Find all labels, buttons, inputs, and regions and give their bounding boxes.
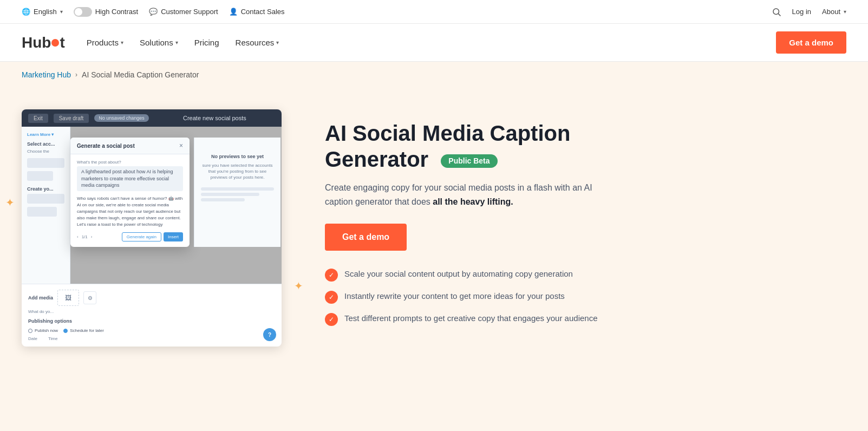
add-media-label: Add media [28, 295, 53, 301]
screenshot-topbar: Exit Save draft No unsaved changes Creat… [22, 109, 282, 127]
hero-title-line2: Generator [325, 147, 428, 171]
logo-spot-icon [51, 39, 59, 47]
generate-again-button[interactable]: Generate again [122, 232, 161, 241]
high-contrast-toggle[interactable]: High Contrast [74, 7, 138, 17]
customer-support-icon: 💬 [149, 8, 158, 16]
contact-sales-icon: 👤 [229, 8, 238, 16]
feature-item-1: ✓ Scale your social content output by au… [325, 268, 846, 282]
nav-pricing[interactable]: Pricing [194, 38, 219, 47]
schedule-later-label: Schedule for later [70, 328, 104, 333]
hero-description: Create engaging copy for your social med… [325, 181, 606, 208]
modal-title: Generate a social post [77, 143, 135, 149]
feature-item-3: ✓ Test different prompts to get creative… [325, 312, 846, 326]
modal-body: What's the post about? A lighthearted po… [70, 154, 190, 247]
screenshot-sidebar: Learn More ▾ Select acc... Choose the Cr… [22, 127, 70, 284]
choose-label: Choose the [27, 149, 64, 154]
schedule-later-radio [63, 329, 68, 333]
help-button[interactable]: ? [263, 328, 276, 341]
breadcrumb-bar: Marketing Hub › AI Social Media Caption … [0, 62, 868, 88]
publish-now-option[interactable]: Publish now [28, 328, 58, 333]
nav-counter: 1/1 [82, 234, 88, 239]
prev-arrow-icon: ‹ [77, 234, 79, 239]
about-menu[interactable]: About ▾ [822, 8, 846, 16]
breadcrumb: Marketing Hub › AI Social Media Caption … [22, 70, 846, 79]
top-bar-left: 🌐 English ▾ High Contrast 💬 Customer Sup… [22, 7, 285, 17]
sidebar-item-4 [27, 207, 57, 217]
hero-section: ✦ Exit Save draft No unsaved changes Cre… [0, 88, 868, 431]
toggle-switch[interactable] [74, 7, 92, 17]
logo-text-end: t [60, 34, 64, 51]
no-previews-title: No previews to see yet [211, 154, 264, 159]
search-icon [772, 7, 781, 17]
nav-products[interactable]: Products ▾ [87, 38, 123, 47]
screenshot-bottom: Add media 🖼 ⚙ What do yo... Publishing o… [22, 284, 282, 347]
products-chevron-icon: ▾ [121, 40, 123, 45]
modal-generated-text: Who says robots can't have a sense of hu… [77, 195, 183, 228]
add-media-row: Add media 🖼 ⚙ [28, 290, 275, 306]
placeholder-line-3 [201, 198, 245, 201]
solutions-chevron-icon: ▾ [175, 40, 178, 45]
no-previews-placeholder-lines [201, 187, 274, 204]
screenshot-unsaved-changes: No unsaved changes [94, 114, 149, 122]
globe-icon: 🌐 [22, 8, 30, 16]
sparkle-left-icon: ✦ [5, 196, 15, 209]
hubspot-logo[interactable]: Hubt [22, 34, 65, 51]
hero-get-demo-button[interactable]: Get a demo [325, 224, 407, 251]
contact-sales-link[interactable]: 👤 Contact Sales [229, 8, 285, 16]
language-selector[interactable]: 🌐 English ▾ [22, 8, 63, 16]
date-field-label: Date [28, 336, 37, 341]
sidebar-item-2 [27, 171, 53, 181]
breadcrumb-marketing-hub-link[interactable]: Marketing Hub [22, 70, 71, 79]
about-label: About [822, 8, 840, 16]
schedule-later-option[interactable]: Schedule for later [63, 328, 104, 333]
language-chevron-icon: ▾ [60, 9, 63, 15]
what-do-label: What do yo... [28, 309, 54, 314]
placeholder-line-1 [201, 187, 274, 191]
logo-text-start: Hub [22, 34, 51, 51]
screenshot-body: Learn More ▾ Select acc... Choose the Cr… [22, 127, 282, 284]
contact-sales-label: Contact Sales [241, 8, 285, 16]
top-bar: 🌐 English ▾ High Contrast 💬 Customer Sup… [0, 0, 868, 24]
hero-title: AI Social Media Caption Generator Public… [325, 120, 846, 172]
next-arrow-icon: › [91, 234, 93, 239]
modal-nav-arrows: ‹ 1/1 › [77, 234, 92, 239]
modal-header: Generate a social post × [70, 138, 190, 154]
hero-title-line1: AI Social Media Caption [325, 121, 570, 145]
nav-solutions[interactable]: Solutions ▾ [140, 38, 178, 47]
generate-modal: Generate a social post × What's the post… [70, 138, 190, 247]
modal-action-buttons: Generate again Insert [122, 232, 183, 241]
svg-point-0 [773, 9, 779, 15]
search-button[interactable] [772, 7, 781, 17]
nav-get-demo-button[interactable]: Get a demo [776, 31, 846, 54]
no-previews-text: sure you have selected the accounts that… [201, 162, 274, 181]
nav-pricing-label: Pricing [194, 38, 219, 47]
add-media-area[interactable]: 🖼 [57, 290, 79, 306]
screenshot-save-draft-btn: Save draft [54, 114, 89, 123]
hero-description-text: Create engaging copy for your social med… [325, 183, 592, 206]
modal-field-label: What's the post about? [77, 160, 183, 165]
feature-text-1: Scale your social content output by auto… [344, 268, 573, 280]
high-contrast-label: High Contrast [95, 8, 138, 16]
customer-support-link[interactable]: 💬 Customer Support [149, 8, 218, 16]
feature-check-icon-3: ✓ [325, 313, 338, 326]
feature-text-3: Test different prompts to get creative c… [344, 312, 598, 325]
product-screenshot: Exit Save draft No unsaved changes Creat… [22, 109, 282, 347]
feature-text-2: Instantly rewrite your content to get mo… [344, 290, 565, 303]
publish-options-row: Publishing options [28, 318, 275, 324]
publish-now-label: Publish now [35, 328, 58, 333]
about-chevron-icon: ▾ [844, 9, 846, 15]
screenshot-exit-btn: Exit [28, 114, 48, 123]
login-link[interactable]: Log in [792, 8, 811, 16]
feature-check-icon-1: ✓ [325, 269, 338, 282]
sparkle-right-icon: ✦ [294, 279, 303, 292]
no-previews-panel: No previews to see yet sure you have sel… [194, 138, 280, 247]
add-media-extra: ⚙ [83, 291, 96, 304]
modal-navigation: ‹ 1/1 › Generate again Insert [77, 232, 183, 241]
hero-left-panel: ✦ Exit Save draft No unsaved changes Cre… [22, 109, 292, 347]
customer-support-label: Customer Support [161, 8, 218, 16]
insert-button[interactable]: Insert [164, 232, 183, 241]
nav-items: Products ▾ Solutions ▾ Pricing Resources… [87, 38, 279, 47]
nav-resources[interactable]: Resources ▾ [236, 38, 279, 47]
feature-item-2: ✓ Instantly rewrite your content to get … [325, 290, 846, 304]
resources-chevron-icon: ▾ [276, 40, 279, 45]
